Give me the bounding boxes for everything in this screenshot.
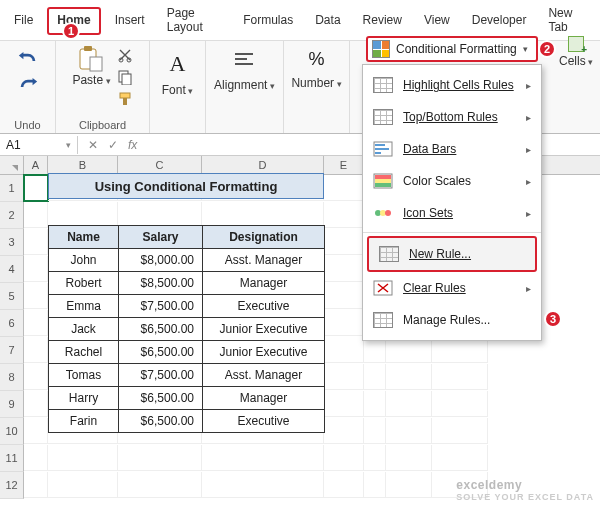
- cell[interactable]: [202, 445, 324, 471]
- cell[interactable]: [324, 202, 364, 228]
- redo-icon[interactable]: [17, 77, 39, 93]
- cell[interactable]: [432, 364, 488, 390]
- cell[interactable]: [24, 472, 48, 498]
- cell[interactable]: [364, 391, 386, 417]
- number-group-button[interactable]: Number: [291, 76, 341, 90]
- cell[interactable]: [324, 229, 364, 255]
- row-header-3[interactable]: 3: [0, 229, 24, 256]
- cell[interactable]: [24, 256, 48, 282]
- col-header-e[interactable]: E: [324, 156, 364, 174]
- fx-icon[interactable]: fx: [128, 138, 137, 152]
- paste-button[interactable]: Paste: [72, 45, 110, 87]
- cell[interactable]: [324, 391, 364, 417]
- row-header-7[interactable]: 7: [0, 337, 24, 364]
- cell[interactable]: [324, 472, 364, 498]
- cell[interactable]: [386, 472, 432, 498]
- tab-data[interactable]: Data: [307, 9, 348, 33]
- cell[interactable]: [24, 202, 48, 228]
- cell[interactable]: [324, 256, 364, 282]
- col-header-b[interactable]: B: [48, 156, 118, 174]
- row-header-4[interactable]: 4: [0, 256, 24, 283]
- tab-review[interactable]: Review: [355, 9, 410, 33]
- row-header-5[interactable]: 5: [0, 283, 24, 310]
- group-label-clipboard: Clipboard: [79, 117, 126, 131]
- cell[interactable]: [324, 310, 364, 336]
- cell[interactable]: [324, 418, 364, 444]
- cell[interactable]: [432, 418, 488, 444]
- cell[interactable]: [364, 445, 386, 471]
- row-header-8[interactable]: 8: [0, 364, 24, 391]
- insert-cells-button[interactable]: Cells: [559, 36, 593, 68]
- cell[interactable]: [324, 175, 364, 201]
- row-header-10[interactable]: 10: [0, 418, 24, 445]
- col-header-d[interactable]: D: [202, 156, 324, 174]
- undo-icon[interactable]: [17, 51, 39, 67]
- col-header-a[interactable]: A: [24, 156, 48, 174]
- cell[interactable]: [432, 391, 488, 417]
- watermark: exceldemy SOLVE YOUR EXCEL DATA: [456, 478, 594, 502]
- cell[interactable]: [324, 283, 364, 309]
- cell[interactable]: [386, 364, 432, 390]
- name-box[interactable]: A1 ▾: [0, 136, 78, 154]
- conditional-formatting-button[interactable]: Conditional Formatting ▾: [366, 36, 538, 62]
- cell[interactable]: [24, 175, 48, 201]
- cell[interactable]: [324, 364, 364, 390]
- cell[interactable]: [118, 472, 202, 498]
- tab-formulas[interactable]: Formulas: [235, 9, 301, 33]
- select-all-corner[interactable]: [0, 156, 24, 174]
- tab-view[interactable]: View: [416, 9, 458, 33]
- cell[interactable]: [24, 229, 48, 255]
- cell[interactable]: [386, 445, 432, 471]
- row-header-11[interactable]: 11: [0, 445, 24, 472]
- menu-manage-rules[interactable]: Manage Rules...: [363, 304, 541, 336]
- cell[interactable]: [202, 472, 324, 498]
- menu-top-bottom-rules[interactable]: Top/Bottom Rules ▸: [363, 101, 541, 133]
- cell[interactable]: [386, 391, 432, 417]
- menu-color-scales[interactable]: Color Scales ▸: [363, 165, 541, 197]
- cell[interactable]: [48, 472, 118, 498]
- number-format-icon[interactable]: %: [308, 49, 324, 70]
- alignment-icon[interactable]: [233, 51, 255, 72]
- cell[interactable]: [24, 364, 48, 390]
- menu-data-bars[interactable]: Data Bars ▸: [363, 133, 541, 165]
- cell[interactable]: [324, 337, 364, 363]
- cell[interactable]: [364, 472, 386, 498]
- cell[interactable]: [364, 418, 386, 444]
- menu-highlight-cells-rules[interactable]: Highlight Cells Rules ▸: [363, 69, 541, 101]
- row-header-6[interactable]: 6: [0, 310, 24, 337]
- cell[interactable]: [24, 391, 48, 417]
- row-header-1[interactable]: 1: [0, 175, 24, 202]
- svg-rect-14: [375, 175, 391, 179]
- format-painter-icon[interactable]: [117, 91, 133, 107]
- cell[interactable]: [24, 283, 48, 309]
- font-group-button[interactable]: Font: [162, 83, 194, 97]
- row-header-12[interactable]: 12: [0, 472, 24, 499]
- menu-icon-sets[interactable]: Icon Sets ▸: [363, 197, 541, 229]
- copy-icon[interactable]: [117, 69, 133, 85]
- cell[interactable]: [386, 418, 432, 444]
- cancel-formula-icon[interactable]: ✕: [88, 138, 98, 152]
- font-icon[interactable]: A: [170, 51, 186, 77]
- enter-formula-icon[interactable]: ✓: [108, 138, 118, 152]
- cell[interactable]: [24, 337, 48, 363]
- cell[interactable]: [24, 445, 48, 471]
- cell[interactable]: [24, 418, 48, 444]
- menu-new-rule[interactable]: New Rule...: [367, 236, 537, 272]
- tab-developer[interactable]: Developer: [464, 9, 535, 33]
- tab-new[interactable]: New Tab: [540, 2, 594, 40]
- tab-file[interactable]: File: [6, 9, 41, 33]
- cell[interactable]: [364, 364, 386, 390]
- cell[interactable]: [118, 445, 202, 471]
- row-header-9[interactable]: 9: [0, 391, 24, 418]
- col-header-c[interactable]: C: [118, 156, 202, 174]
- cut-icon[interactable]: [117, 47, 133, 63]
- cell[interactable]: [48, 445, 118, 471]
- cell[interactable]: [24, 310, 48, 336]
- alignment-group-button[interactable]: Alignment: [214, 78, 275, 92]
- cell[interactable]: [324, 445, 364, 471]
- menu-clear-rules[interactable]: Clear Rules ▸: [363, 272, 541, 304]
- cell[interactable]: [432, 445, 488, 471]
- row-header-2[interactable]: 2: [0, 202, 24, 229]
- tab-page-layout[interactable]: Page Layout: [159, 2, 229, 40]
- tab-insert[interactable]: Insert: [107, 9, 153, 33]
